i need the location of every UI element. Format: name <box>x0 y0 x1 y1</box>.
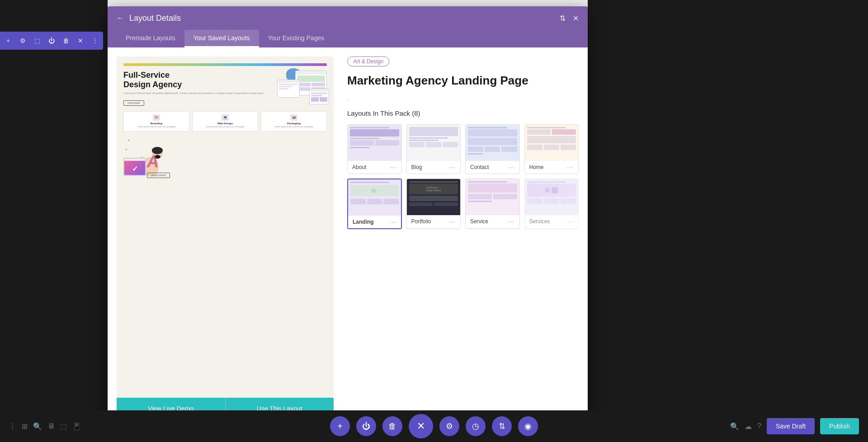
typography-a: A <box>147 152 159 171</box>
layout-card-menu-home[interactable]: ··· <box>567 164 574 171</box>
packaging-icon: 📦 <box>290 114 297 121</box>
preview-hero-graphic: ↗ <box>282 71 327 107</box>
help-icon[interactable]: ? <box>757 422 761 430</box>
left-toolbar: ＋ ⚙ ⬚ ⏻ 🗑 ✕ ⋮ <box>0 32 103 50</box>
layout-card-menu-portfolio[interactable]: ··· <box>449 218 456 225</box>
layout-card-img-blog <box>407 125 461 161</box>
browser-bar <box>296 71 326 74</box>
close-icon[interactable]: ✕ <box>75 35 86 46</box>
bottom-toolbar-center: + ⏻ 🗑 ✕ ⚙ ◷ ⇅ ◉ <box>330 414 538 438</box>
search-icon[interactable]: 🔍 <box>33 422 42 431</box>
desktop-icon[interactable]: 🖥 <box>47 422 55 430</box>
feature-packaging-text: Lorem ipsum dolor sit amet nec consequat <box>264 126 324 128</box>
layout-title: Marketing Agency Landing Page <box>347 74 579 88</box>
modal-content: Full-ServiceDesign Agency Lorem ipsum do… <box>108 47 588 428</box>
bottom-toolbar-left: ⋮ ⊞ 🔍 🖥 ⬚ 📱 <box>9 422 81 431</box>
preview-cta-button[interactable]: OUR WORK <box>123 100 144 106</box>
layout-card-portfolio: Full-ServiceDesign Agency Portfolio ··· <box>406 179 461 229</box>
layout-card-name-home: Home <box>529 164 544 170</box>
modal-title: Layout Details <box>129 14 181 23</box>
layout-card-footer-about: About ··· <box>348 161 401 174</box>
modal-tabs: Premade Layouts Your Saved Layouts Your … <box>108 30 588 47</box>
save-draft-button[interactable]: Save Draft <box>767 418 815 434</box>
layout-card-menu-service[interactable]: ··· <box>508 218 515 225</box>
preview-panel: Full-ServiceDesign Agency Lorem ipsum do… <box>117 56 334 419</box>
preview-hero-body: Lorem ipsum dolor sit amet, consectetur … <box>123 91 277 95</box>
preview-illustration: ✓ A LEARN MORE <box>123 135 327 180</box>
preview-hero: Full-ServiceDesign Agency Lorem ipsum do… <box>123 71 327 107</box>
power-button[interactable]: ⏻ <box>356 416 376 436</box>
tab-saved-layouts[interactable]: Your Saved Layouts <box>184 30 259 47</box>
thumb-landing <box>348 179 401 216</box>
sort-button[interactable]: ⇅ <box>492 416 512 436</box>
services-thumb-illustration <box>527 183 576 197</box>
trash-button[interactable]: 🗑 <box>382 416 402 436</box>
layout-card-footer-blog: Blog ··· <box>407 161 461 174</box>
layout-card-menu-about[interactable]: ··· <box>390 164 397 171</box>
preview-hero-title: Full-ServiceDesign Agency <box>123 71 277 89</box>
preview-learn-more: LEARN MORE <box>147 170 170 178</box>
preview-hero-text: Full-ServiceDesign Agency Lorem ipsum do… <box>123 71 277 107</box>
history-button[interactable]: ◷ <box>466 416 486 436</box>
layouts-grid: About ··· <box>347 124 579 229</box>
preview-monitor: ✓ <box>123 158 146 176</box>
tab-existing-pages[interactable]: Your Existing Pages <box>259 30 334 47</box>
delete-icon[interactable]: 🗑 <box>61 35 71 46</box>
layout-card-footer-services: Services ··· <box>525 215 579 228</box>
modal-close-icon[interactable]: ✕ <box>573 14 579 23</box>
modal-header: ← Layout Details ⇅ ✕ <box>108 6 588 30</box>
add-button[interactable]: + <box>330 416 350 436</box>
more-icon[interactable]: ⋮ <box>90 35 100 46</box>
search-right-icon[interactable]: 🔍 <box>730 422 739 431</box>
layout-card-services: Services ··· <box>524 179 579 229</box>
duplicate-icon[interactable]: ⬚ <box>32 35 42 46</box>
hamburger-icon[interactable]: ⋮ <box>9 422 16 431</box>
layout-card-service: Service ··· <box>465 179 520 229</box>
preview-features: 🎨 Branding Lorem ipsum dolor sit amet ne… <box>123 111 327 132</box>
modal-header-right: ⇅ ✕ <box>560 14 579 23</box>
layout-card-menu-services[interactable]: ··· <box>567 218 574 225</box>
feature-branding-title: Branding <box>127 122 186 125</box>
feature-webdesign-title: Web Design <box>195 122 255 125</box>
layout-card-name-portfolio: Portfolio <box>411 218 431 225</box>
cloud-icon[interactable]: ☁ <box>745 422 752 431</box>
tablet-icon[interactable]: ⬚ <box>60 422 67 431</box>
settings-icon[interactable]: ⚙ <box>17 35 28 46</box>
layout-card-footer-portfolio: Portfolio ··· <box>407 215 461 228</box>
thumb-service <box>466 179 519 215</box>
theme-button[interactable]: ◉ <box>518 416 538 436</box>
feature-branding-text: Lorem ipsum dolor sit amet nec consequat <box>127 126 186 128</box>
layout-details-modal: ← Layout Details ⇅ ✕ Premade Layouts You… <box>108 6 588 428</box>
category-badge: Art & Design <box>347 56 389 66</box>
thumb-home <box>525 125 579 161</box>
mobile-icon[interactable]: 📱 <box>72 422 81 431</box>
bottom-toolbar: ⋮ ⊞ 🔍 🖥 ⬚ 📱 + ⏻ 🗑 ✕ ⚙ ◷ ⇅ ◉ 🔍 ☁ ? Save D… <box>0 410 868 442</box>
power-icon[interactable]: ⏻ <box>46 35 57 46</box>
feature-card-branding: 🎨 Branding Lorem ipsum dolor sit amet ne… <box>123 111 189 132</box>
layout-card-menu-contact[interactable]: ··· <box>508 164 515 171</box>
layout-card-blog: Blog ··· <box>406 124 461 174</box>
grid-icon[interactable]: ⊞ <box>22 422 28 431</box>
layout-card-home: Home ··· <box>524 124 579 174</box>
close-button[interactable]: ✕ <box>409 414 433 438</box>
layout-card-img-service <box>466 179 519 215</box>
layout-card-menu-blog[interactable]: ··· <box>449 164 456 171</box>
checkmark-icon: ✓ <box>132 165 138 173</box>
learn-more-btn[interactable]: LEARN MORE <box>147 173 170 178</box>
layout-card-img-contact <box>466 125 519 161</box>
layout-card-landing[interactable]: Landing ··· <box>347 179 402 229</box>
back-arrow-icon[interactable]: ← <box>117 14 124 22</box>
settings-button[interactable]: ⚙ <box>439 416 459 436</box>
browser-content-b <box>278 82 299 92</box>
layout-card-name-landing: Landing <box>353 219 374 225</box>
thumb-services <box>525 179 579 215</box>
sort-icon[interactable]: ⇅ <box>560 14 566 23</box>
thumb-about <box>348 125 401 161</box>
layout-card-menu-landing[interactable]: ··· <box>390 218 396 226</box>
thumb-blog <box>407 125 461 161</box>
layout-card-footer-home: Home ··· <box>525 161 579 174</box>
add-icon[interactable]: ＋ <box>3 35 14 46</box>
portfolio-text-img: Full-ServiceDesign Agency <box>409 183 458 194</box>
tab-premade-layouts[interactable]: Premade Layouts <box>117 30 184 47</box>
publish-button[interactable]: Publish <box>820 418 859 434</box>
